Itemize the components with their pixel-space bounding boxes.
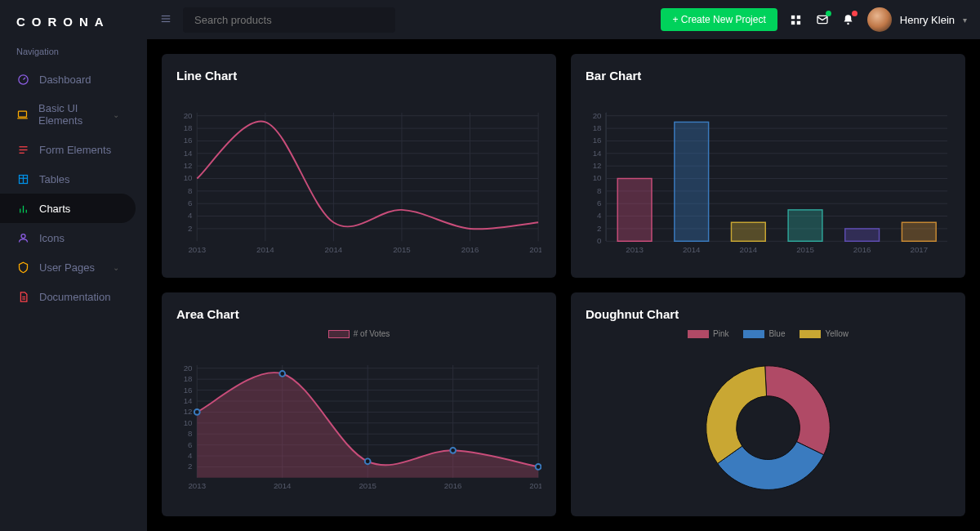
svg-text:12: 12 xyxy=(184,161,193,170)
svg-text:2014: 2014 xyxy=(740,245,758,254)
contacts-icon xyxy=(16,231,29,244)
sidebar-item-icons[interactable]: Icons xyxy=(0,223,136,252)
svg-rect-18 xyxy=(791,15,795,18)
card-title: Line Chart xyxy=(176,69,541,83)
sidebar-item-tables[interactable]: Tables xyxy=(0,164,136,194)
chevron-down-icon: ⌄ xyxy=(113,110,119,119)
chevron-down-icon: ▾ xyxy=(963,16,967,25)
svg-text:6: 6 xyxy=(188,199,192,207)
svg-point-135 xyxy=(536,464,541,470)
area-chart: 246810121416182020132014201520162017 xyxy=(176,341,541,505)
sidebar-item-label: Dashboard xyxy=(39,74,91,86)
sidebar-item-label: Tables xyxy=(39,173,70,185)
svg-text:2013: 2013 xyxy=(626,245,644,254)
legend-label: Pink xyxy=(713,329,728,338)
grid-icon[interactable] xyxy=(789,12,804,27)
svg-text:8: 8 xyxy=(188,186,192,195)
svg-point-132 xyxy=(279,371,285,377)
legend-label: Blue xyxy=(768,329,785,338)
sidebar-item-basic-ui-elements[interactable]: Basic UI Elements⌄ xyxy=(0,94,136,135)
legend-label: Yellow xyxy=(825,329,849,338)
sidebar-item-documentation[interactable]: Documentation xyxy=(0,282,136,311)
svg-text:2014: 2014 xyxy=(256,245,274,254)
line-chart-card: Line Chart 24681012141618202013201420142… xyxy=(162,54,556,278)
svg-text:2015: 2015 xyxy=(359,482,376,491)
search-input[interactable] xyxy=(183,7,395,33)
svg-rect-19 xyxy=(797,15,800,18)
svg-text:2: 2 xyxy=(188,224,192,233)
svg-rect-20 xyxy=(791,20,795,24)
sidebar-item-dashboard[interactable]: Dashboard xyxy=(0,65,136,94)
sidebar-item-form-elements[interactable]: Form Elements xyxy=(0,135,136,164)
svg-point-133 xyxy=(365,459,371,465)
user-name-label: Henry Klein xyxy=(900,14,955,26)
svg-text:2015: 2015 xyxy=(796,245,814,254)
svg-text:20: 20 xyxy=(184,364,193,373)
legend-label: # of Votes xyxy=(354,329,390,338)
doc-icon xyxy=(16,290,29,303)
svg-point-23 xyxy=(848,22,850,25)
svg-text:16: 16 xyxy=(593,136,602,145)
table-icon xyxy=(16,172,29,185)
create-project-button[interactable]: + Create New Project xyxy=(661,8,777,31)
svg-text:12: 12 xyxy=(593,161,602,170)
chart-icon xyxy=(16,202,29,215)
content-grid: Line Chart 24681012141618202013201420142… xyxy=(147,39,980,531)
svg-rect-99 xyxy=(902,222,936,241)
card-title: Bar Chart xyxy=(586,69,951,83)
area-chart-legend: # of Votes xyxy=(176,329,541,338)
svg-text:2017: 2017 xyxy=(529,482,541,491)
svg-text:4: 4 xyxy=(597,211,602,220)
doughnut-chart-card: Doughnut Chart Pink Blue Yellow xyxy=(571,292,965,516)
sidebar-item-user-pages[interactable]: User Pages⌄ xyxy=(0,252,136,282)
bar-chart: 0246810121416182020132014201420152016201… xyxy=(586,91,951,266)
sidebar-item-label: Basic UI Elements xyxy=(38,102,103,127)
doughnut-chart-legend: Pink Blue Yellow xyxy=(586,329,951,338)
svg-text:10: 10 xyxy=(184,173,193,182)
svg-text:10: 10 xyxy=(184,418,193,427)
svg-text:6: 6 xyxy=(597,199,601,207)
svg-text:2013: 2013 xyxy=(188,245,206,254)
svg-text:2016: 2016 xyxy=(461,245,479,254)
svg-text:8: 8 xyxy=(597,186,601,195)
svg-text:2016: 2016 xyxy=(853,245,871,254)
sidebar-item-label: Form Elements xyxy=(39,144,111,156)
sidebar-item-label: Charts xyxy=(39,203,70,215)
card-title: Area Chart xyxy=(176,307,541,321)
svg-text:2: 2 xyxy=(597,224,601,233)
mail-icon[interactable] xyxy=(815,12,830,27)
svg-text:2015: 2015 xyxy=(393,245,411,254)
svg-text:2: 2 xyxy=(188,462,192,471)
svg-text:14: 14 xyxy=(184,149,193,158)
svg-text:4: 4 xyxy=(188,451,193,460)
svg-text:18: 18 xyxy=(184,374,193,383)
user-menu[interactable]: Henry Klein ▾ xyxy=(867,7,967,32)
svg-text:0: 0 xyxy=(597,236,602,245)
laptop-icon xyxy=(16,108,29,121)
sidebar-item-charts[interactable]: Charts xyxy=(0,194,136,223)
svg-text:14: 14 xyxy=(184,396,193,405)
nav-list: DashboardBasic UI Elements⌄Form Elements… xyxy=(0,65,147,311)
svg-text:12: 12 xyxy=(184,408,193,417)
sidebar: CORONA Navigation DashboardBasic UI Elem… xyxy=(0,0,147,531)
line-chart: 2468101214161820201320142014201520162017 xyxy=(176,91,541,266)
bell-icon[interactable] xyxy=(841,12,856,27)
svg-text:2014: 2014 xyxy=(274,482,292,491)
doughnut-chart xyxy=(586,341,951,505)
sidebar-item-label: Icons xyxy=(39,232,65,244)
svg-text:14: 14 xyxy=(593,149,602,158)
svg-point-131 xyxy=(194,409,200,415)
chevron-down-icon: ⌄ xyxy=(113,263,119,272)
sidebar-item-label: User Pages xyxy=(39,261,95,274)
svg-text:2014: 2014 xyxy=(683,245,701,254)
svg-point-134 xyxy=(450,448,456,453)
card-title: Doughnut Chart xyxy=(586,307,951,321)
menu-toggle-icon[interactable] xyxy=(160,13,172,27)
avatar xyxy=(867,7,892,32)
svg-text:2017: 2017 xyxy=(529,245,541,254)
svg-text:6: 6 xyxy=(188,440,192,449)
svg-text:16: 16 xyxy=(184,136,193,145)
svg-text:4: 4 xyxy=(188,211,193,220)
svg-rect-97 xyxy=(845,229,880,241)
svg-rect-1 xyxy=(19,111,27,117)
